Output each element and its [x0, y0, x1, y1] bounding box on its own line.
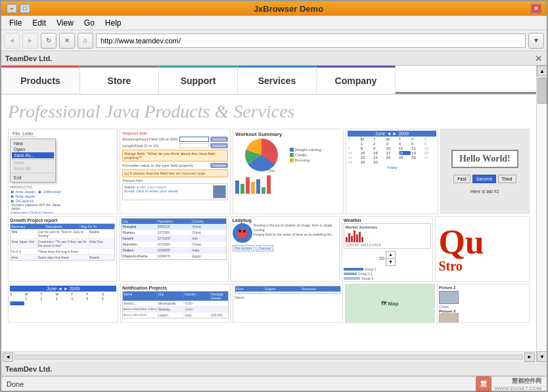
first-tab[interactable]: First: [453, 175, 470, 183]
watermark-logo: 慧都控件网: [494, 377, 541, 385]
nav-tab-support[interactable]: Support: [159, 66, 238, 94]
main-window: − □ JxBrowser Demo ✕ File Edit View Go H…: [0, 0, 548, 392]
browser-tab-close[interactable]: ✕: [535, 53, 543, 64]
site-navigation: Products Store Support Services Company: [1, 66, 536, 95]
title-bar: − □ JxBrowser Demo ✕: [1, 1, 547, 16]
screenshot-growth-table: Growth Project report Summary Descriptio…: [8, 216, 117, 282]
maximize-button[interactable]: □: [20, 4, 30, 13]
screenshot-inbox: From Subject Received: [233, 284, 343, 323]
status-text: Done: [7, 380, 24, 388]
scroll-down-button[interactable]: ▼: [537, 351, 547, 362]
screenshot-qu-text: Qu Stro: [435, 216, 530, 282]
vertical-scrollbar: ▲ ▼: [536, 66, 547, 362]
forward-icon: ►: [27, 37, 34, 44]
screenshot-file-menu: File Links New Open Save As... Save Save…: [8, 129, 118, 214]
forward-button[interactable]: ►: [22, 33, 38, 49]
nav-tab-products[interactable]: Products: [1, 66, 80, 94]
status-bar: Done 慧 慧都控件网 WWW.EVGET.COM: [1, 376, 547, 391]
bottom-tab-label: TeamDev Ltd.: [5, 365, 52, 373]
scroll-left-button[interactable]: ◄: [3, 353, 13, 362]
stro-text: Stro: [438, 259, 462, 272]
dropdown-icon: ▼: [533, 37, 539, 44]
address-input[interactable]: [101, 37, 521, 45]
browser-tab-bar: TeamDev Ltd. ✕: [1, 51, 547, 66]
horizontal-scrollbar: ◄ ►: [1, 351, 536, 362]
menu-help[interactable]: Help: [100, 17, 127, 29]
scroll-track-vertical: [537, 76, 547, 351]
address-bar: [96, 33, 526, 48]
screenshot-city-table: City Population Country Shanghai 3560120…: [119, 216, 228, 282]
main-content: Professional Java Products & Services Fi…: [1, 95, 536, 351]
screenshot-article: Ladybug Drawing is the act of creation a…: [231, 216, 340, 282]
hello-world-text: Hello World!: [451, 150, 518, 168]
content-area: Products Store Support Services Company …: [1, 66, 536, 362]
menu-edit[interactable]: Edit: [27, 17, 51, 29]
content-wrapper: Products Store Support Services Company …: [1, 66, 547, 362]
second-tab[interactable]: Second: [472, 175, 496, 183]
reload-icon: ↻: [46, 37, 51, 44]
menu-go[interactable]: Go: [79, 17, 100, 29]
back-button[interactable]: ◄: [4, 33, 20, 49]
screenshot-hello-world: Hello World! First Second Third Here is …: [440, 129, 530, 214]
menu-bar: File Edit View Go Help: [1, 16, 547, 30]
nav-tab-company[interactable]: Company: [317, 66, 396, 94]
home-button[interactable]: ⌂: [78, 33, 93, 49]
screenshot-weather-spinner: Weather Market Summary: [342, 216, 434, 282]
reload-button[interactable]: ↻: [41, 33, 57, 49]
stop-button[interactable]: ✕: [59, 33, 75, 49]
home-icon: ⌂: [83, 37, 87, 44]
window-title: JxBrowser Demo: [46, 4, 531, 14]
minimize-button[interactable]: −: [7, 4, 17, 13]
stop-icon: ✕: [64, 37, 70, 44]
screenshot-form: Required field BootstrapInput Field (20 …: [120, 129, 231, 214]
screenshot-workout: Workout Summary Weight training: [233, 129, 344, 214]
bottom-tab-bar: TeamDev Ltd.: [1, 362, 547, 376]
menu-view[interactable]: View: [51, 17, 79, 29]
screenshot-mini-calendar: June ◄ ► 2009 SMTWTFS 123456 7: [8, 284, 118, 323]
scroll-right-button[interactable]: ►: [524, 353, 535, 362]
weather-title-text: Weather: [344, 218, 432, 223]
nav-tab-store[interactable]: Store: [80, 66, 159, 94]
qu-text: Qu: [438, 225, 484, 259]
watermark-site: WWW.EVGET.COM: [494, 385, 541, 391]
screenshot-map: 🗺 Map: [345, 284, 435, 323]
screenshot-notification-table: Notification Projects Name City Country …: [120, 284, 231, 323]
hero-text: Professional Java Products & Services: [8, 101, 530, 122]
screenshot-calendar: June ◄ ► 2009 SMTWTFS 123456 78910111213…: [346, 129, 438, 214]
third-tab[interactable]: Third: [498, 175, 516, 183]
toolbar: ◄ ► ↻ ✕ ⌂ ▼: [1, 30, 547, 51]
scroll-thumb[interactable]: [537, 77, 547, 104]
close-button[interactable]: ✕: [531, 4, 541, 13]
browser-tab-label[interactable]: TeamDev Ltd.: [5, 54, 52, 62]
scroll-up-button[interactable]: ▲: [537, 66, 547, 76]
menu-file[interactable]: File: [4, 17, 27, 29]
back-icon: ◄: [9, 37, 15, 44]
tab-content: Here is tab #2: [470, 189, 499, 194]
nav-tab-services[interactable]: Services: [238, 66, 317, 94]
dropdown-button[interactable]: ▼: [528, 33, 544, 49]
screenshot-files: Picture 2 Close Picture 3 Close: [437, 284, 530, 323]
scroll-track[interactable]: [14, 355, 523, 360]
